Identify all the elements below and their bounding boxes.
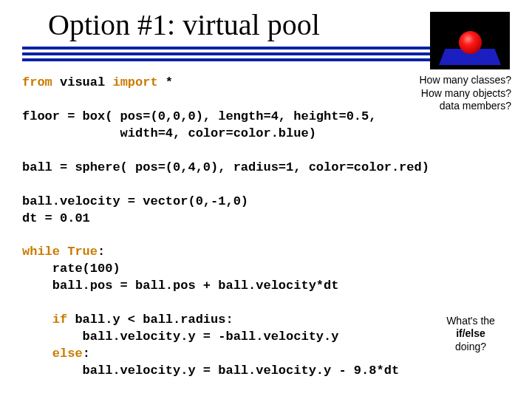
code-text: ball.velocity = vector(0,-1,0) xyxy=(22,194,248,208)
annotation-questions-bottom: What's the if/else doing? xyxy=(437,315,504,354)
kw-import: import xyxy=(112,75,165,89)
annot-line: How many objects? xyxy=(415,87,511,100)
code-text: dt = 0.01 xyxy=(22,211,90,225)
vpython-thumbnail xyxy=(430,12,510,69)
code-text: ball.velocity.y = -ball.velocity.y xyxy=(22,330,338,344)
kw-true: True xyxy=(67,245,98,259)
code-text: width=4, color=color.blue) xyxy=(22,126,316,140)
annot-line: How many classes? xyxy=(415,74,511,87)
annot-line: What's the xyxy=(437,315,504,328)
kw-else: else xyxy=(52,347,83,361)
code-text: : xyxy=(83,347,90,361)
code-text: ball = sphere( pos=(0,4,0), radius=1, co… xyxy=(22,160,429,174)
kw-if: if xyxy=(52,313,75,327)
annot-line: data members? xyxy=(415,100,511,113)
code-text: * xyxy=(166,75,173,89)
code-text: : xyxy=(98,245,105,259)
code-text: ball.pos = ball.pos + ball.velocity*dt xyxy=(22,279,338,293)
annot-line: doing? xyxy=(437,341,504,354)
code-text: visual xyxy=(60,75,112,89)
code-text: floor = box( pos=(0,0,0), length=4, heig… xyxy=(22,109,376,123)
kw-while: while xyxy=(22,245,67,259)
thumbnail-ball xyxy=(459,31,482,54)
code-block: from visual import * floor = box( pos=(0… xyxy=(22,75,510,380)
annotation-questions-top: How many classes? How many objects? data… xyxy=(415,74,511,113)
code-text: ball.velocity.y = ball.velocity.y - 9.8*… xyxy=(22,364,399,378)
annot-line: if/else xyxy=(437,327,504,341)
kw-from: from xyxy=(22,75,60,89)
code-text xyxy=(22,313,52,327)
code-text: ball.y < ball.radius: xyxy=(75,313,233,327)
code-text xyxy=(22,347,52,361)
code-text: rate(100) xyxy=(22,262,120,276)
